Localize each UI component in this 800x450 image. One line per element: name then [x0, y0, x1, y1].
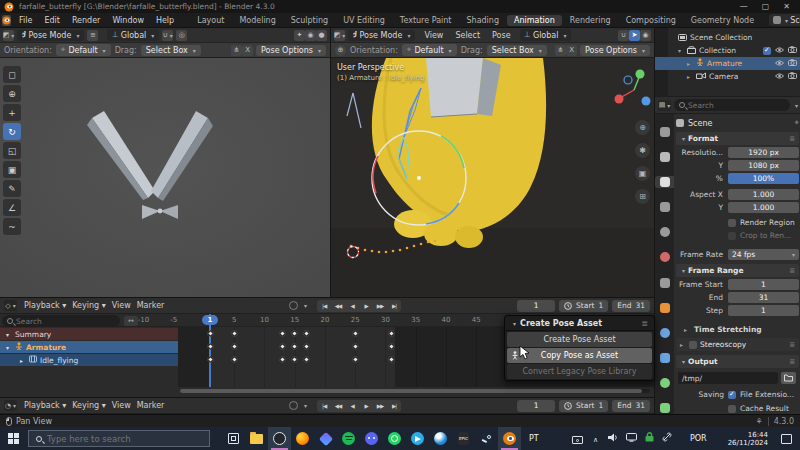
properties-tab-object[interactable] [655, 302, 674, 314]
snap-icon[interactable]: ∪▾ [162, 30, 173, 41]
field-value[interactable]: 1.000 [728, 202, 799, 213]
viewport-menu-select[interactable]: Select [449, 31, 486, 40]
orientation-dropdown[interactable]: ⟂Global▾ [520, 29, 572, 41]
taskbar-search-input[interactable] [47, 434, 202, 444]
tool-pose-breakdowner[interactable]: ~ [3, 218, 21, 235]
eye-toggle-icon[interactable] [775, 59, 784, 68]
properties-search-input[interactable] [688, 101, 785, 110]
maximize-button[interactable]: ▢ [762, 2, 770, 11]
tool-scale[interactable]: ◱ [3, 142, 21, 159]
jump-to-end-button[interactable]: ▶| [387, 300, 401, 312]
camera-toggle-icon[interactable] [788, 46, 797, 55]
taskbar-search[interactable] [28, 430, 210, 447]
eye-toggle-icon[interactable] [775, 72, 784, 81]
editor-type-icon[interactable]: ▤▾ [658, 100, 671, 111]
frame-start-field[interactable]: Start1 [559, 400, 608, 412]
menu-playback[interactable]: Playback ▾ [21, 301, 69, 310]
breadcrumb-scene[interactable]: Scene [688, 119, 712, 128]
tab-sculpting[interactable]: Sculpting [284, 15, 335, 26]
taskbar-app-skype[interactable] [429, 427, 452, 450]
gizmo-toggle-icon[interactable]: ✦ [294, 30, 305, 41]
menu-view[interactable]: View [109, 301, 134, 310]
properties-tab-collection[interactable] [655, 276, 674, 288]
taskbar-app-discord[interactable] [360, 427, 383, 450]
volume-icon[interactable] [608, 433, 619, 442]
field-value[interactable]: 1.000 [728, 189, 799, 200]
play-reverse-button[interactable]: ◀ [345, 400, 359, 412]
menu-marker[interactable]: Marker [134, 401, 168, 410]
chevron-icon[interactable]: ▾ [6, 344, 12, 351]
tool-rotate[interactable]: ↻ [3, 123, 21, 140]
cache-result-checkbox[interactable] [728, 405, 736, 413]
pose-options-dropdown[interactable]: Pose Options▾ [580, 45, 650, 56]
file-extensions-checkbox[interactable] [728, 391, 736, 399]
playhead-frame-badge[interactable]: 1 [202, 315, 218, 325]
menu-file[interactable]: File [13, 16, 38, 25]
properties-tab-scene[interactable] [655, 226, 674, 238]
vpn-lock-icon[interactable] [644, 432, 655, 441]
crop-to-ren--checkbox[interactable] [728, 232, 736, 240]
tab-compositing[interactable]: Compositing [619, 15, 683, 26]
properties-tab-tool[interactable] [655, 126, 674, 138]
chevron-icon[interactable]: ▾ [678, 47, 684, 54]
auto-key-record-icon[interactable] [289, 301, 298, 310]
frame-rate-dropdown[interactable]: 24 fps▾ [728, 249, 799, 260]
menu-help[interactable]: Help [150, 16, 180, 25]
close-button[interactable]: ✕ [783, 2, 790, 11]
mirror-icon[interactable]: ⋔ [231, 45, 242, 56]
field-value[interactable]: 1920 px [728, 147, 799, 158]
tray-language[interactable]: POR [682, 434, 715, 443]
link-icon[interactable] [662, 432, 673, 441]
minimize-button[interactable]: — [740, 2, 748, 11]
chevron-icon[interactable]: ▾ [6, 331, 12, 338]
channel-search[interactable] [2, 315, 120, 327]
frame-end-field[interactable]: End31 [612, 400, 650, 412]
editor-type-icon[interactable]: ◩▾ [3, 30, 14, 41]
camera-toggle-icon[interactable] [788, 72, 797, 81]
overlay-toggle-icon[interactable]: ◉ [640, 30, 651, 41]
taskbar-app-whatsapp[interactable] [383, 427, 406, 450]
taskbar-app-spotify[interactable] [337, 427, 360, 450]
orientation-value-dropdown[interactable]: ⌖Default▾ [56, 44, 111, 56]
menu-keying[interactable]: Keying ▾ [69, 301, 108, 310]
properties-tab-constraints[interactable] [655, 352, 674, 364]
taskbar-app-obs[interactable] [268, 427, 291, 450]
tab-geometry-node[interactable]: Geometry Node [684, 15, 761, 26]
outliner-row-armature[interactable]: ▸Armature [655, 57, 800, 70]
viewport-menu-view[interactable]: View [418, 31, 449, 40]
render-region-checkbox[interactable] [728, 219, 736, 227]
expand-channels-icon[interactable]: ↔ [124, 316, 138, 326]
menu-edit[interactable]: Edit [38, 16, 66, 25]
tool-move[interactable]: + [3, 104, 21, 121]
gizmo-toggle-icon[interactable]: ➤ [629, 30, 640, 41]
chevron-icon[interactable]: ▸ [20, 357, 26, 364]
frame-end-field[interactable]: End31 [612, 300, 650, 312]
editor-type-icon[interactable]: ◩▾ [334, 30, 345, 41]
properties-tab-bone[interactable] [655, 402, 674, 414]
create-pose-asset-menu-header[interactable]: ▾Create Pose Asset≣ [505, 316, 654, 331]
overlay-toggle-icon[interactable]: ◉ [305, 30, 316, 41]
menu-view[interactable]: View [109, 401, 134, 410]
menu-window[interactable]: Window [106, 16, 150, 25]
taskbar-app-steam[interactable] [475, 427, 498, 450]
taskbar-app-blender[interactable] [498, 427, 521, 450]
current-frame-field[interactable]: 1 [517, 300, 555, 312]
field-value[interactable]: 1 [728, 305, 799, 316]
blender-menu-icon[interactable] [2, 15, 11, 26]
properties-tab-output[interactable] [655, 176, 674, 188]
taskbar-app-file-explorer[interactable] [245, 427, 268, 450]
outliner-row-camera[interactable]: ▸Camera [655, 70, 800, 83]
properties-tab-render[interactable] [655, 151, 674, 163]
output-path-field[interactable]: /tmp/ [678, 372, 778, 384]
menu-keying[interactable]: Keying ▾ [69, 401, 108, 410]
x-axis-button[interactable]: X [566, 45, 577, 56]
tool-select-box[interactable]: ◻ [3, 66, 21, 83]
taskbar-app-media-player[interactable] [314, 427, 337, 450]
taskbar-app-telegram[interactable] [406, 427, 429, 450]
panel-output-header[interactable]: ▾Output≣ [676, 355, 799, 368]
play-button[interactable]: ▶ [359, 300, 373, 312]
auto-key-record-icon[interactable] [289, 401, 298, 410]
screen-recorder-icon[interactable] [572, 436, 583, 445]
tab-rendering[interactable]: Rendering [563, 15, 618, 26]
viewport-left-3d[interactable]: ◻⊕+↻◱▣✎∠~ [0, 58, 330, 297]
